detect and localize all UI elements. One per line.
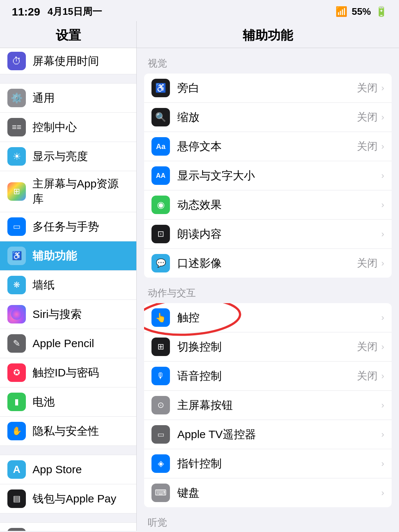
touch-chevron: › [381,312,384,323]
wallet-label: 钱包与Apple Pay [33,491,116,506]
row-audiodesc[interactable]: 💬 口述影像 关闭 › [144,249,392,278]
homescreen-label: 主屏幕与App资源库 [33,176,129,207]
section-vision: 视觉 ♿ 旁白 关闭 › 🔍 缩放 关闭 › Aa 悬停文本 关闭 [137,57,399,278]
siri-label: Siri与搜索 [33,307,82,322]
switchcontrol-chevron: › [381,342,384,352]
motion-chevron: › [381,200,384,210]
row-pointer[interactable]: ◈ 指针控制 › [144,449,392,478]
keyboard-chevron: › [381,488,384,498]
sidebar-item-siri[interactable]: Siri与搜索 [0,300,136,329]
section-hearing: 听觉 👂 助听设备 › ◎ 听觉控制中心 › 🎵 声音识别 关闭 › [137,516,399,531]
voicecontrol-label: 语音控制 [177,369,357,384]
homebutton-label: 主屏幕按钮 [177,398,381,413]
voiceover-value: 关闭 [357,81,378,95]
wallpaper-label: 墙纸 [33,278,55,293]
appletv-chevron: › [381,429,384,440]
appstore-icon: A [7,460,26,479]
row-zoom[interactable]: 🔍 缩放 关闭 › [144,103,392,132]
status-bar: 11:29 4月15日周一 📶 55% 🔋 [0,0,399,21]
row-homebutton[interactable]: ⊙ 主屏幕按钮 › [144,391,392,420]
sidebar: 设置 ⏱ 屏幕使用时间 ⚙️ 通用 ≡≡ 控制中心 ☀ 显示与亮度 ⊞ 主 [0,21,137,531]
sidebar-item-touchid[interactable]: ✪ 触控ID与密码 [0,358,136,387]
multitask-label: 多任务与手势 [33,219,99,234]
sidebar-item-homescreen[interactable]: ⊞ 主屏幕与App资源库 [0,171,136,212]
sidebar-item-multitask[interactable]: ▭ 多任务与手势 [0,212,136,241]
section-hearing-title: 听觉 [137,516,399,531]
touchid-label: 触控ID与密码 [33,365,99,380]
switchcontrol-icon: ⊞ [151,338,170,356]
spokencontent-icon: ⊡ [151,225,170,243]
zoom-label: 缩放 [177,110,357,125]
display-label: 显示与亮度 [33,149,88,164]
sidebar-item-applepencil[interactable]: ✎ Apple Pencil [0,329,136,358]
section-vision-title: 视觉 [137,57,399,74]
section-action-title: 动作与交互 [137,287,399,303]
motion-icon: ◉ [151,196,170,214]
hovertext-icon: Aa [151,137,170,156]
spokencontent-label: 朗读内容 [177,227,381,242]
spokencontent-chevron: › [381,229,384,239]
audiodesc-chevron: › [381,258,384,268]
sidebar-item-privacy[interactable]: ✋ 隐私与安全性 [0,417,136,446]
row-voiceover[interactable]: ♿ 旁白 关闭 › [144,74,392,103]
sidebar-group-2: A App Store ▤ 钱包与Apple Pay [0,455,136,514]
row-keyboard[interactable]: ⌨ 键盘 › [144,478,392,507]
textsize-icon: AA [151,166,170,185]
row-touch[interactable]: 👆 触控 › [144,303,392,332]
passwords-icon: 🔑 [7,528,26,531]
sidebar-item-wallet[interactable]: ▤ 钱包与Apple Pay [0,484,136,514]
zoom-chevron: › [381,112,384,122]
general-icon: ⚙️ [7,89,26,107]
voiceover-label: 旁白 [177,81,357,96]
sidebar-item-accessibility[interactable]: ♿ 辅助功能 [0,241,136,271]
voicecontrol-value: 关闭 [357,369,378,383]
homebutton-chevron: › [381,400,384,410]
row-hovertext[interactable]: Aa 悬停文本 关闭 › [144,132,392,161]
battery-sidebar-icon: ▮ [7,393,26,411]
keyboard-icon: ⌨ [151,484,170,502]
content-area: 辅助功能 视觉 ♿ 旁白 关闭 › 🔍 缩放 关闭 › Aa [137,21,399,531]
sidebar-item-general[interactable]: ⚙️ 通用 [0,83,136,113]
accessibility-label: 辅助功能 [33,248,77,264]
multitask-icon: ▭ [7,217,26,236]
sidebar-item-passwords[interactable]: 🔑 密码 [0,522,136,531]
accessibility-icon: ♿ [7,247,26,265]
applepencil-icon: ✎ [7,334,26,353]
row-motion[interactable]: ◉ 动态效果 › [144,190,392,220]
row-spokencontent[interactable]: ⊡ 朗读内容 › [144,220,392,249]
action-group: 👆 触控 › ⊞ 切换控制 关闭 › 🎙 语音控制 关闭 › ⊙ [144,303,392,507]
homebutton-icon: ⊙ [151,396,170,414]
sidebar-group-1: ⚙️ 通用 ≡≡ 控制中心 ☀ 显示与亮度 ⊞ 主屏幕与App资源库 ▭ 多任务… [0,83,136,446]
row-appletv[interactable]: ▭ Apple TV遥控器 › [144,420,392,449]
screentime-icon: ⏱ [7,52,26,70]
hovertext-chevron: › [381,141,384,152]
row-textsize[interactable]: AA 显示与文字大小 › [144,161,392,190]
sidebar-item-controlcenter[interactable]: ≡≡ 控制中心 [0,113,136,142]
sidebar-title: 设置 [0,21,136,48]
applepencil-label: Apple Pencil [33,337,94,350]
pointer-label: 指针控制 [177,456,381,471]
pointer-chevron: › [381,458,384,469]
sidebar-item-display[interactable]: ☀ 显示与亮度 [0,142,136,171]
wallpaper-icon: ❋ [7,276,26,294]
sidebar-group-3: 🔑 密码 ✉ 邮件 👤 通讯录 📅 日历 📝 备忘录 📋 提醒事项 [0,522,136,531]
sidebar-item-battery[interactable]: ▮ 电池 [0,387,136,417]
sidebar-item-wallpaper[interactable]: ❋ 墙纸 [0,271,136,300]
appletv-label: Apple TV遥控器 [177,427,381,442]
row-switchcontrol[interactable]: ⊞ 切换控制 关闭 › [144,332,392,362]
display-icon: ☀ [7,147,26,166]
sidebar-item-screentime[interactable]: ⏱ 屏幕使用时间 [0,48,136,74]
zoom-icon: 🔍 [151,108,170,126]
privacy-label: 隐私与安全性 [33,424,99,439]
sidebar-item-appstore[interactable]: A App Store [0,455,136,484]
textsize-label: 显示与文字大小 [177,168,381,183]
motion-label: 动态效果 [177,197,381,213]
voicecontrol-chevron: › [381,371,384,381]
main-layout: 设置 ⏱ 屏幕使用时间 ⚙️ 通用 ≡≡ 控制中心 ☀ 显示与亮度 ⊞ 主 [0,21,399,531]
row-voicecontrol[interactable]: 🎙 语音控制 关闭 › [144,362,392,391]
touch-icon: 👆 [151,308,170,327]
hovertext-label: 悬停文本 [177,139,357,154]
switchcontrol-value: 关闭 [357,340,378,354]
homescreen-icon: ⊞ [7,182,26,201]
voiceover-chevron: › [381,83,384,93]
